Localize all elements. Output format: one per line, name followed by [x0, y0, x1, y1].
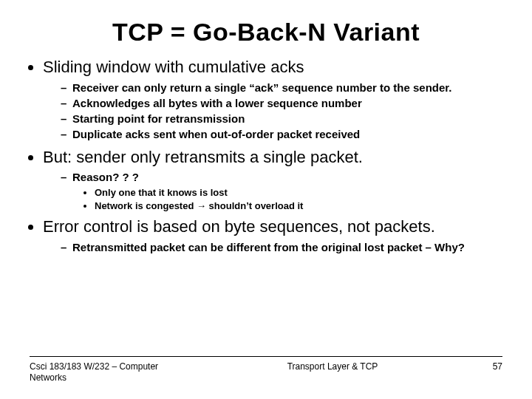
bullet-1-text: Sliding window with cumulative acks [43, 58, 304, 76]
bullet-1-sub-3: Starting point for retransmission [61, 112, 502, 126]
bullet-2-sub-1-r1: Only one that it knows is lost [95, 186, 502, 200]
bullet-2: But: sender only retransmits a single pa… [43, 147, 502, 213]
footer-right: 57 [473, 361, 502, 372]
bullet-3-sub-1: Retransmitted packet can be different fr… [61, 240, 502, 255]
bullet-2-sub-1-text: Reason? ? ? [72, 171, 139, 183]
footer-left: Csci 183/183 W/232 – Computer Networks [30, 361, 192, 384]
bullet-2-sub-1-r2: Network is congested → shouldn’t overloa… [95, 200, 502, 213]
bullet-1-sublist: Receiver can only return a single “ack” … [61, 81, 502, 143]
bullet-1-sub-2: Acknowledges all bytes with a lower sequ… [61, 96, 502, 111]
bullet-2-sublist: Reason? ? ? Only one that it knows is lo… [61, 170, 502, 212]
bullet-2-text: But: sender only retransmits a single pa… [43, 148, 363, 166]
footer-row: Csci 183/183 W/232 – Computer Networks T… [30, 361, 502, 384]
bullet-2-sub-1-sublist: Only one that it knows is lost Network i… [95, 186, 502, 212]
bullet-3-text: Error control is based on byte sequences… [43, 217, 435, 236]
bullet-1: Sliding window with cumulative acks Rece… [43, 57, 502, 143]
bullet-3: Error control is based on byte sequences… [43, 216, 502, 255]
bullet-3-sublist: Retransmitted packet can be different fr… [61, 240, 502, 255]
bullet-list: Sliding window with cumulative acks Rece… [43, 57, 502, 255]
bullet-2-sub-1: Reason? ? ? Only one that it knows is lo… [61, 170, 502, 212]
bullet-1-sub-4: Duplicate acks sent when out-of-order pa… [61, 127, 502, 142]
slide-footer: Csci 183/183 W/232 – Computer Networks T… [30, 356, 502, 384]
slide: TCP = Go-Back-N Variant Sliding window w… [0, 0, 532, 399]
footer-divider [30, 356, 502, 357]
bullet-1-sub-1: Receiver can only return a single “ack” … [61, 81, 502, 95]
slide-title: TCP = Go-Back-N Variant [30, 18, 502, 47]
footer-center: Transport Layer & TCP [192, 361, 473, 372]
